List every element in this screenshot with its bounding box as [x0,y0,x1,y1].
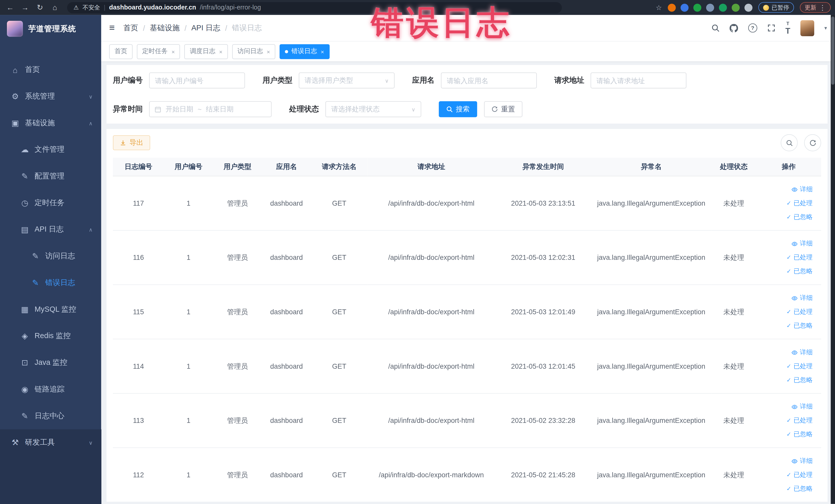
reset-button[interactable]: 重置 [484,101,522,117]
export-button[interactable]: 导出 [113,135,150,150]
process-status-select[interactable]: 请选择处理状态 ∨ [325,101,421,117]
action-detail[interactable]: 详细 [791,454,813,468]
sidebar-item-error-log[interactable]: ✎错误日志 [0,269,101,296]
sidebar-item-home[interactable]: ⌂首页 [0,57,101,83]
infrastructure-icon: ▣ [11,118,20,128]
close-icon[interactable]: × [171,48,175,55]
close-icon[interactable]: × [321,48,324,55]
fullscreen-icon[interactable] [767,24,775,32]
action-processed[interactable]: ✓已处理 [787,359,813,373]
action-processed[interactable]: ✓已处理 [787,468,813,482]
github-icon[interactable] [730,24,738,32]
check-icon: ✓ [787,322,791,329]
sidebar-item-trace[interactable]: ◉链路追踪 [0,376,101,403]
sidebar-item-api-log[interactable]: ▤API 日志∧ [0,216,101,243]
sidebar-item-devtools[interactable]: ⚒研发工具∨ [0,429,101,456]
browser-back-icon[interactable]: ← [4,2,16,13]
browser-update-button[interactable]: 更新 ⋮ [800,2,831,13]
extension-orange-icon[interactable] [668,3,676,11]
sidebar-item-schedule[interactable]: ◷定时任务 [0,190,101,217]
action-ignored[interactable]: ✓已忽略 [787,482,813,496]
breadcrumb-separator: / [143,24,145,32]
action-ignored[interactable]: ✓已忽略 [787,210,813,224]
action-detail[interactable]: 详细 [791,291,813,305]
log-center-icon: ✎ [20,411,29,421]
extension-grid-icon[interactable] [706,3,714,11]
action-processed[interactable]: ✓已处理 [787,250,813,264]
action-label: 已处理 [793,470,813,479]
user-id-input[interactable] [149,73,245,88]
exception-time-range-input[interactable]: 开始日期 ~ 结束日期 [149,101,271,117]
browser-forward-icon[interactable]: → [19,2,31,13]
action-detail[interactable]: 详细 [791,345,813,359]
sidebar-item-file[interactable]: ☁文件管理 [0,136,101,163]
cell-user-id: 1 [164,285,213,339]
extension-on-toggle-icon[interactable] [719,3,727,11]
sidebar-header[interactable]: 芋道管理系统 [0,15,101,43]
security-warning-icon[interactable]: ⚠ [74,4,79,11]
request-url-input[interactable] [591,73,686,88]
action-detail[interactable]: 详细 [791,237,813,250]
sidebar-item-gear[interactable]: ⚙系统管理∨ [0,83,101,110]
paused-extension-badge[interactable]: 已暂停 [758,2,794,13]
tab-item[interactable]: 定时任务× [137,44,180,59]
row-actions: 详细✓已处理✓已忽略 [758,400,819,441]
action-processed[interactable]: ✓已处理 [787,305,813,319]
action-ignored[interactable]: ✓已忽略 [787,319,813,333]
action-detail[interactable]: 详细 [791,183,813,196]
user-type-select[interactable]: 请选择用户类型 ∨ [299,73,394,88]
browser-home-icon[interactable]: ⌂ [49,2,61,13]
sidebar-item-infrastructure[interactable]: ▣基础设施∧ [0,109,101,136]
bookmark-star-icon[interactable]: ☆ [656,3,662,11]
action-processed[interactable]: ✓已处理 [787,414,813,427]
sidebar-item-log-center[interactable]: ✎日志中心 [0,403,101,429]
api-log-icon: ▤ [20,225,29,234]
breadcrumb-item[interactable]: API 日志 [191,23,220,33]
breadcrumb-item[interactable]: 错误日志 [232,23,262,33]
table-search-toggle-button[interactable] [780,134,797,151]
scrollbar-thumb[interactable] [831,16,834,85]
column-header: 请求地址 [367,158,495,176]
action-processed[interactable]: ✓已处理 [787,196,813,210]
security-label: 不安全 [82,3,100,11]
close-icon[interactable]: × [219,48,223,55]
app-name-input[interactable] [441,73,537,88]
address-bar[interactable]: ⚠ 不安全 | dashboard.yudao.iocoder.cn/infra… [67,2,562,13]
sidebar-item-mysql[interactable]: ▦MySQL 监控 [0,296,101,323]
start-date-placeholder: 开始日期 [166,104,193,114]
extension-green-check-icon[interactable] [693,3,701,11]
sidebar-item-label: 定时任务 [35,198,64,208]
action-ignored[interactable]: ✓已忽略 [787,427,813,441]
extension-shield-icon[interactable] [680,3,688,11]
breadcrumb-separator: / [225,24,227,32]
breadcrumb-item[interactable]: 首页 [123,23,138,33]
tab-item[interactable]: 错误日志× [280,44,330,59]
user-avatar[interactable] [800,20,814,36]
action-ignored[interactable]: ✓已忽略 [787,373,813,387]
extension-puzzle-icon[interactable] [745,3,752,11]
sidebar-item-redis[interactable]: ◈Redis 监控 [0,323,101,349]
table-refresh-button[interactable] [804,134,821,151]
tab-item[interactable]: 首页 [109,44,133,59]
action-label: 已处理 [793,253,813,262]
action-detail[interactable]: 详细 [791,400,813,414]
cell-method: GET [311,339,368,394]
search-button[interactable]: 搜索 [439,101,477,117]
breadcrumb-item[interactable]: 基础设施 [150,23,180,33]
help-icon[interactable]: ? [748,23,757,32]
browser-reload-icon[interactable]: ↻ [34,2,46,13]
sidebar-item-access-log[interactable]: ✎访问日志 [0,243,101,269]
search-icon[interactable] [711,24,719,32]
user-id-label: 用户编号 [113,76,143,85]
close-icon[interactable]: × [267,48,270,55]
action-ignored[interactable]: ✓已忽略 [787,264,813,278]
menu-fold-icon[interactable]: ≡ [109,22,115,34]
sidebar-item-java[interactable]: ⊡Java 监控 [0,349,101,376]
user-menu-caret-icon[interactable]: ▾ [824,25,827,31]
update-button-label: 更新 [805,3,816,11]
sidebar-item-config[interactable]: ✎配置管理 [0,163,101,190]
extension-leaf-icon[interactable] [732,3,740,11]
tab-item[interactable]: 调度日志× [185,44,228,59]
font-size-icon[interactable]: TT [786,21,790,35]
tab-item[interactable]: 访问日志× [232,44,276,59]
